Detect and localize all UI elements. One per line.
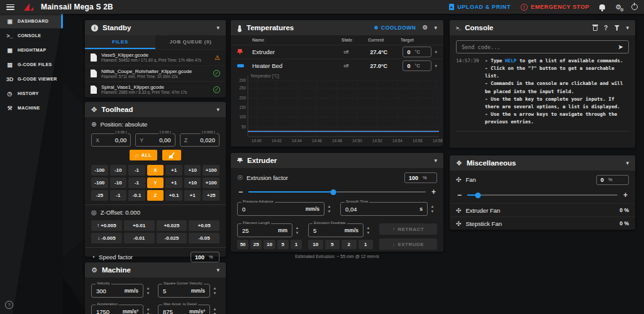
stepper[interactable]: ▲▼ — [210, 286, 219, 295]
stepper-down-icon[interactable]: ▼ — [367, 231, 370, 235]
chevron-down-icon[interactable]: ▾ — [434, 157, 437, 164]
stepper-up-icon[interactable]: ▲ — [367, 226, 370, 230]
position-input-x[interactable]: [ 0.00 ]X0,00 — [91, 133, 131, 147]
gear-icon[interactable]: ⚙ — [423, 25, 428, 31]
jog-z-1-button[interactable]: -1 — [110, 190, 127, 201]
jog-z-1-button[interactable]: +1 — [184, 190, 201, 201]
jog-x-10-button[interactable]: -10 — [110, 165, 127, 176]
jog-z-25-button[interactable]: +25 — [203, 190, 219, 201]
hamburger-menu-icon[interactable] — [6, 4, 14, 10]
jog-y-1-button[interactable]: +1 — [165, 177, 182, 188]
trash-icon[interactable] — [593, 26, 597, 31]
home-z-button[interactable]: Z — [147, 190, 164, 201]
extrusion-factor-slider-track[interactable] — [248, 191, 426, 193]
z-offset-0-01-button[interactable]: -0.01 — [124, 233, 155, 244]
sidebar-item-history[interactable]: ◷HISTORY — [0, 86, 63, 101]
jog-y-10-button[interactable]: +10 — [184, 177, 201, 188]
quick-length-1-button[interactable]: 1 — [291, 240, 302, 249]
stepper-up-icon[interactable]: ▲ — [431, 205, 435, 208]
console-input[interactable]: Send code... ➤ — [456, 40, 629, 53]
jog-y-100-button[interactable]: -100 — [91, 177, 108, 188]
position-input-y[interactable]: [ 0.00 ]Y0,00 — [135, 133, 175, 147]
smooth-time-field[interactable]: Smooth Time0,04s — [340, 202, 428, 216]
z-offset-0-005-button[interactable]: ↓-0.005 — [91, 233, 122, 244]
speed-factor-input[interactable]: 100 % — [191, 252, 219, 262]
power-icon[interactable] — [631, 4, 638, 10]
target-input-extruder[interactable]: 0°C — [402, 47, 431, 57]
jog-x-1-button[interactable]: +1 — [165, 165, 182, 176]
stepper-down-icon[interactable]: ▼ — [431, 210, 435, 213]
stepper[interactable]: ▲▼ — [143, 286, 153, 295]
stepper-down-icon[interactable]: ▼ — [328, 210, 331, 213]
dropdown-caret-icon[interactable]: ▾ — [435, 50, 437, 55]
z-offset-0-025-button[interactable]: -0.025 — [157, 233, 187, 244]
z-offset-0-005-button[interactable]: ↑+0.005 — [91, 220, 122, 231]
extrusion-factor-input[interactable]: 100 % — [404, 172, 437, 183]
machine-field-max-accel-to-decel[interactable]: Max Accel. to Decel875mm/s² — [158, 305, 210, 314]
z-offset-0-05-button[interactable]: +0.05 — [189, 220, 219, 231]
quick-feedrate-2-button[interactable]: 2 — [341, 240, 357, 249]
minus-button[interactable]: − — [457, 191, 462, 199]
stepper-up-icon[interactable]: ▲ — [147, 307, 150, 311]
sidebar-item-g-code-files[interactable]: ▤G-CODE FILES — [0, 57, 63, 72]
file-row[interactable]: Spiral_Vase1_Klipper.gcodeFilament: 2885… — [85, 81, 226, 98]
stepper[interactable]: ▲▼ — [364, 226, 373, 235]
quick-length-25-button[interactable]: 25 — [250, 240, 262, 249]
chevron-down-icon[interactable]: ▾ — [216, 267, 219, 273]
machine-field-velocity[interactable]: Velocity300mm/s — [91, 284, 143, 298]
home-y-button[interactable]: Y — [147, 177, 164, 188]
chevron-down-icon[interactable]: ▾ — [626, 160, 629, 166]
cooldown-button[interactable]: ❄ COOLDOWN — [374, 25, 416, 31]
stepper[interactable]: ▲▼ — [428, 205, 437, 213]
z-offset-0-05-button[interactable]: -0.05 — [189, 233, 219, 244]
tab-job-queue-0[interactable]: JOB QUEUE (0) — [155, 35, 226, 49]
filament-length-field[interactable]: Filament Length25mm — [237, 223, 292, 237]
home-x-button[interactable]: X — [147, 165, 164, 176]
clean-nozzle-button[interactable] — [162, 150, 181, 160]
z-offset-0-025-button[interactable]: +0.025 — [157, 220, 187, 231]
settings-gears-icon[interactable]: ⚙ — [615, 4, 621, 11]
target-input-heater-bed[interactable]: 0°C — [402, 60, 431, 71]
fan-slider-track[interactable] — [467, 194, 618, 196]
filter-funnel-icon[interactable] — [614, 25, 619, 31]
plus-button[interactable]: + — [623, 191, 628, 199]
stepper-down-icon[interactable]: ▼ — [296, 231, 299, 235]
stepper[interactable]: ▲▼ — [143, 307, 153, 314]
jog-x-100-button[interactable]: +100 — [203, 165, 219, 176]
chevron-down-icon[interactable]: ▾ — [216, 106, 219, 113]
stepper-up-icon[interactable]: ▲ — [213, 286, 217, 290]
stepper-up-icon[interactable]: ▲ — [147, 286, 150, 290]
sidebar-item-g-code-viewer[interactable]: 3DG-CODE VIEWER — [0, 72, 63, 86]
file-row[interactable]: Vase5_Klipper.gcodeFilament: 59452 mm / … — [85, 49, 226, 65]
quick-length-50-button[interactable]: 50 — [237, 240, 248, 249]
stepper-up-icon[interactable]: ▲ — [328, 205, 331, 208]
stepper[interactable]: ▲▼ — [292, 226, 302, 235]
extrude-button[interactable]: ↓ EXTRUDE — [379, 238, 437, 250]
notifications-bell-icon[interactable] — [599, 4, 605, 9]
stepper-down-icon[interactable]: ▼ — [213, 291, 217, 295]
quick-length-5-button[interactable]: 5 — [277, 240, 289, 249]
sidebar-item-machine[interactable]: ⚒MACHINE — [0, 101, 63, 115]
plus-button[interactable]: + — [431, 188, 436, 196]
fan-slider-thumb[interactable] — [475, 193, 480, 198]
chevron-down-icon[interactable]: ▾ — [626, 25, 629, 31]
jog-y-100-button[interactable]: +100 — [203, 177, 219, 188]
home-all-button[interactable]: ⌂ ALL — [130, 150, 158, 160]
position-input-z[interactable]: [ 0.000 ]Z0,020 — [180, 133, 219, 147]
sidebar-item-dashboard[interactable]: ▣DASHBOARD — [0, 14, 63, 28]
jog-x-10-button[interactable]: +10 — [184, 165, 201, 176]
z-offset-0-01-button[interactable]: +0.01 — [124, 220, 155, 231]
stepper-down-icon[interactable]: ▼ — [147, 291, 150, 295]
jog-x-1-button[interactable]: -1 — [128, 165, 145, 176]
sidebar-item-console[interactable]: >_CONSOLE — [0, 28, 63, 43]
upload-and-print-button[interactable]: ▲ UPLOAD & PRINT — [449, 4, 511, 10]
retract-button[interactable]: ↑ RETRACT — [379, 223, 437, 235]
chevron-down-icon[interactable]: ▾ — [216, 25, 219, 31]
machine-field-square-corner-velocity[interactable]: Square Corner Velocity5mm/s — [158, 284, 210, 298]
stepper[interactable]: ▲▼ — [325, 205, 334, 213]
jog-z-25-button[interactable]: -25 — [91, 190, 108, 201]
fan-input[interactable]: 0 % — [596, 175, 629, 185]
stepper-up-icon[interactable]: ▲ — [213, 307, 217, 311]
help-icon[interactable]: ? — [5, 301, 13, 309]
pressure-advance-field[interactable]: Pressure Advance0mm/s — [237, 202, 325, 216]
